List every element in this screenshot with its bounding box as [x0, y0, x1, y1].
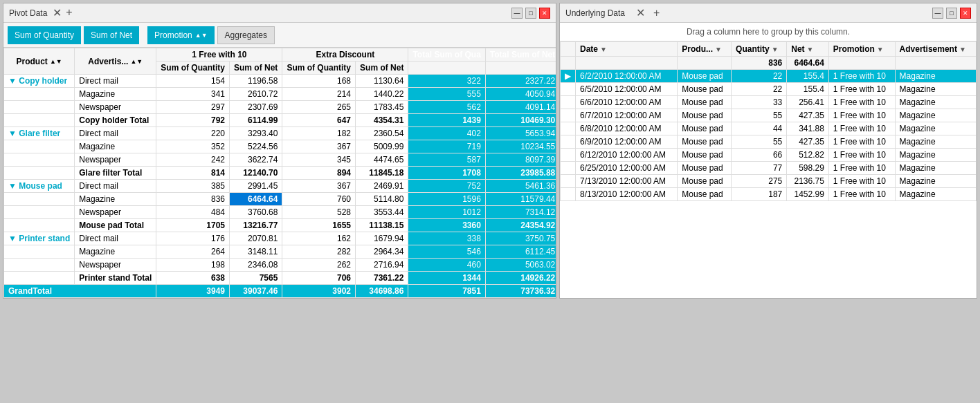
row-indicator [561, 83, 576, 96]
list-item: 6/8/2010 12:00:00 AMMouse pad44341.881 F… [561, 122, 977, 135]
data-cell: 297 [156, 101, 230, 114]
data-cell: 10234.55 [485, 140, 556, 153]
product-col-header[interactable]: Produ... ▼ [678, 42, 732, 57]
data-cell: 402 [408, 127, 485, 140]
underlying-table: Date ▼ Produ... ▼ Quantity ▼ Net ▼ Promo… [560, 41, 977, 201]
data-cell: 23985.88 [485, 167, 556, 180]
underlying-close-button[interactable]: ✕ [960, 8, 971, 19]
product-header[interactable]: Product ▲▼ [4, 48, 75, 75]
list-item: 6/7/2010 12:00:00 AMMouse pad55427.351 F… [561, 109, 977, 122]
product-cell [4, 206, 75, 219]
advertis-header[interactable]: Advertis... ▲▼ [75, 48, 156, 75]
data-cell: 5461.36 [485, 180, 556, 193]
data-cell: 7565 [230, 272, 282, 285]
date-header[interactable]: Date ▼ [576, 42, 678, 57]
total-sum-net-header: Total Sum of Net [485, 48, 556, 62]
sum-of-net-button[interactable]: Sum of Net [84, 26, 139, 44]
row-indicator [561, 149, 576, 162]
advertis-cell: Magazine [75, 193, 156, 206]
promotion-col-header[interactable]: Promotion ▼ [828, 42, 895, 57]
data-cell: 214 [282, 88, 356, 101]
close-tab-icon[interactable]: ✕ [53, 6, 62, 19]
product-cell [4, 167, 75, 180]
promotion-cell: 1 Free with 10 [828, 83, 895, 96]
sub-net-2-header: Sum of Net [356, 62, 408, 75]
promotion-cell: 1 Free with 10 [828, 135, 895, 149]
promotion-cell: 1 Free with 10 [828, 109, 895, 122]
date-cell: 6/2/2010 12:00:00 AM [576, 70, 678, 83]
underlying-close-tab-icon[interactable]: ✕ [636, 6, 645, 19]
product-cell [4, 140, 75, 153]
data-cell: 11138.15 [356, 219, 408, 232]
data-cell: 647 [282, 114, 356, 127]
add-tab-icon[interactable]: + [66, 6, 72, 19]
net-col-header[interactable]: Net ▼ [787, 42, 829, 57]
summary-net: 6464.64 [787, 57, 829, 70]
data-cell: 385 [156, 180, 230, 193]
list-item: 7/13/2010 12:00:00 AMMouse pad2752136.75… [561, 175, 977, 188]
net-filter-icon: ▼ [807, 46, 814, 53]
data-cell: 719 [408, 140, 485, 153]
grand-total-row: GrandTotal394939037.46390234698.86785173… [4, 285, 556, 298]
underlying-maximize-button[interactable]: □ [946, 8, 957, 19]
quantity-cell: 77 [732, 162, 787, 175]
data-cell: 1708 [408, 167, 485, 180]
advertisement-col-header[interactable]: Advertisement ▼ [895, 42, 976, 57]
product-cell: ▼ Glare filter [4, 127, 75, 140]
sum-of-quantity-button[interactable]: Sum of Quantity [8, 26, 81, 44]
quantity-col-header[interactable]: Quantity ▼ [732, 42, 787, 57]
sub-total-qty-header [408, 62, 485, 75]
advertis-cell: Direct mail [75, 75, 156, 88]
advertisement-cell: Magazine [895, 96, 976, 109]
summary-advertisement [895, 57, 976, 70]
date-cell: 6/9/2010 12:00:00 AM [576, 135, 678, 149]
advertis-cell: Newspaper [75, 153, 156, 167]
pivot-window-controls: — □ ✕ [511, 8, 550, 19]
data-cell: 760 [282, 193, 356, 206]
data-cell: 2327.22 [485, 75, 556, 88]
data-cell: 154 [156, 75, 230, 88]
quantity-cell: 22 [732, 70, 787, 83]
pivot-window: Pivot Data ✕ + — □ ✕ Sum of Quantity Sum… [3, 3, 556, 299]
data-cell: 14926.22 [485, 272, 556, 285]
underlying-add-tab-icon[interactable]: + [653, 7, 660, 19]
data-cell: 338 [408, 232, 485, 245]
row-indicator [561, 175, 576, 188]
promotion-filter-icon: ▼ [877, 46, 884, 53]
promotion-cell: 1 Free with 10 [828, 96, 895, 109]
promotion-cell: 1 Free with 10 [828, 149, 895, 162]
summary-date [576, 57, 678, 70]
quantity-cell: 66 [732, 149, 787, 162]
list-item: ▶6/2/2010 12:00:00 AMMouse pad22155.41 F… [561, 70, 977, 83]
product-header-content: Product ▲▼ [17, 57, 62, 66]
maximize-button[interactable]: □ [525, 8, 536, 19]
data-cell: 264 [156, 245, 230, 259]
underlying-table-container: Date ▼ Produ... ▼ Quantity ▼ Net ▼ Promo… [560, 41, 977, 298]
data-cell: 352 [156, 140, 230, 153]
data-cell: 1679.94 [356, 232, 408, 245]
product-cell: Mouse pad [678, 109, 732, 122]
data-cell: 1655 [282, 219, 356, 232]
data-cell: 555 [408, 88, 485, 101]
product-cell [4, 272, 75, 285]
data-cell: 7361.22 [356, 272, 408, 285]
row-indicator [561, 188, 576, 201]
underlying-minimize-button[interactable]: — [932, 8, 943, 19]
aggregates-button[interactable]: Aggregates [217, 26, 275, 44]
table-row: Copy holder Total7926114.996474354.31143… [4, 114, 556, 127]
minimize-button[interactable]: — [511, 8, 523, 19]
data-cell: 265 [282, 101, 356, 114]
data-cell: 2469.91 [356, 180, 408, 193]
data-cell: 262 [282, 259, 356, 272]
list-item: 6/9/2010 12:00:00 AMMouse pad55427.351 F… [561, 135, 977, 149]
pivot-close-button[interactable]: ✕ [539, 8, 550, 19]
promotion-button[interactable]: Promotion ▲▼ [147, 26, 215, 44]
data-cell: 1596 [408, 193, 485, 206]
advertis-cell: Direct mail [75, 127, 156, 140]
product-cell [4, 153, 75, 167]
data-cell: 220 [156, 127, 230, 140]
sort-arrows-icon: ▲▼ [195, 32, 208, 39]
data-cell: 706 [282, 272, 356, 285]
data-cell: 12140.70 [230, 167, 282, 180]
grand-total-cell: 73736.32 [485, 285, 556, 298]
